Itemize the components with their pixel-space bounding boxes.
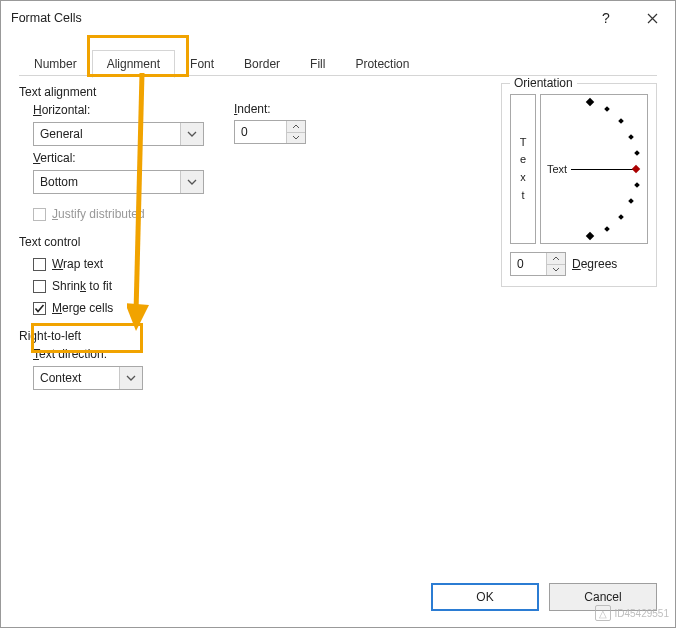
tab-fill[interactable]: Fill: [295, 50, 340, 77]
tab-label: Number: [34, 57, 77, 71]
spinner-up-icon[interactable]: [287, 121, 305, 133]
titlebar: Format Cells ?: [1, 1, 675, 35]
tab-label: Fill: [310, 57, 325, 71]
checkbox-icon: [33, 302, 46, 315]
help-button[interactable]: ?: [583, 1, 629, 35]
checkbox-icon: [33, 208, 46, 221]
spinner-down-icon[interactable]: [547, 265, 565, 276]
close-button[interactable]: [629, 1, 675, 35]
spinner-indent[interactable]: 0: [234, 120, 306, 144]
help-icon: ?: [602, 10, 610, 26]
watermark-text: ID45429551: [615, 608, 670, 619]
group-orientation: Orientation Text Text: [501, 83, 657, 287]
tab-border[interactable]: Border: [229, 50, 295, 77]
orientation-dial[interactable]: Text: [540, 94, 648, 244]
window-title: Format Cells: [11, 11, 82, 25]
spinner-down-icon[interactable]: [287, 133, 305, 144]
tab-alignment[interactable]: Alignment: [92, 50, 175, 78]
cancel-label: Cancel: [584, 590, 621, 604]
ok-button[interactable]: OK: [431, 583, 539, 611]
ok-label: OK: [476, 590, 493, 604]
tab-label: Font: [190, 57, 214, 71]
tabstrip: Number Alignment Font Border Fill Protec…: [19, 49, 657, 76]
section-orientation: Orientation: [510, 76, 577, 90]
combo-text-direction-value: Context: [40, 371, 81, 385]
checkbox-icon: [33, 280, 46, 293]
section-rtl: Right-to-left: [19, 329, 657, 343]
combo-horizontal-value: General: [40, 127, 83, 141]
orientation-vertical-button[interactable]: Text: [510, 94, 536, 244]
label-degrees: Degrees: [572, 257, 617, 271]
close-icon: [647, 13, 658, 24]
chevron-down-icon: [180, 123, 203, 145]
orientation-needle: [571, 169, 633, 170]
check-merge-cells[interactable]: Merge cells: [33, 297, 657, 319]
orientation-dial-label: Text: [547, 163, 567, 175]
dialog-window: Format Cells ? Number Alignment Font Bor…: [0, 0, 676, 628]
tab-font[interactable]: Font: [175, 50, 229, 77]
tab-protection[interactable]: Protection: [340, 50, 424, 77]
watermark-icon: △: [595, 605, 611, 621]
combo-horizontal[interactable]: General: [33, 122, 204, 146]
combo-vertical-value: Bottom: [40, 175, 78, 189]
spinner-indent-value: 0: [241, 125, 248, 139]
watermark: △ ID45429551: [595, 605, 670, 621]
orientation-handle-icon[interactable]: [632, 165, 640, 173]
spinner-degrees[interactable]: 0: [510, 252, 566, 276]
combo-text-direction[interactable]: Context: [33, 366, 143, 390]
tab-label: Alignment: [107, 57, 160, 71]
tab-label: Border: [244, 57, 280, 71]
spinner-up-icon[interactable]: [547, 253, 565, 265]
tab-label: Protection: [355, 57, 409, 71]
combo-vertical[interactable]: Bottom: [33, 170, 204, 194]
checkbox-icon: [33, 258, 46, 271]
spinner-degrees-value: 0: [517, 257, 524, 271]
chevron-down-icon: [180, 171, 203, 193]
chevron-down-icon: [119, 367, 142, 389]
panel-body: Text alignment Horizontal: General Inden…: [19, 83, 657, 567]
tab-number[interactable]: Number: [19, 50, 92, 77]
